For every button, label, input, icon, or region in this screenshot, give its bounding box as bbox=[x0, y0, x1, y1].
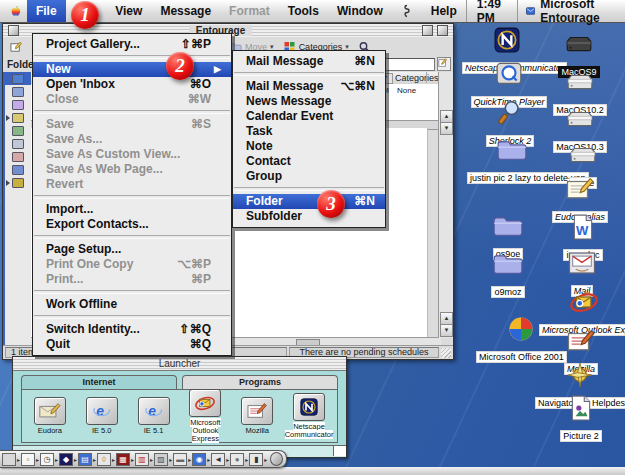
desktop-icon-label: Picture 2 bbox=[560, 430, 602, 442]
folder-icon bbox=[12, 74, 24, 84]
ie-icon: e bbox=[143, 402, 165, 420]
submenu-item[interactable]: Contact bbox=[233, 154, 385, 169]
folder-tree-item[interactable] bbox=[3, 111, 31, 124]
menu-item[interactable]: Open 'Inbox ⌘O bbox=[33, 77, 231, 92]
cd-module[interactable]: ▦▸ bbox=[116, 453, 134, 466]
submenu-item[interactable]: News Message bbox=[233, 94, 385, 109]
scripts-icon bbox=[401, 4, 413, 18]
launcher-tab-internet[interactable]: Internet bbox=[21, 375, 177, 389]
launcher-item[interactable]: Microsoft Outlook Express bbox=[179, 389, 231, 443]
menu-item[interactable]: Save ⌘S bbox=[33, 117, 231, 132]
launcher-titlebar[interactable]: Launcher bbox=[13, 357, 346, 371]
step-badge: 2 bbox=[166, 52, 194, 80]
window-zoom-box[interactable] bbox=[437, 25, 448, 36]
submenu-item[interactable]: Note bbox=[233, 139, 385, 154]
launcher-item[interactable]: e IE 5.1 bbox=[128, 397, 180, 435]
launcher-item[interactable]: Netscape Communicator bbox=[283, 393, 335, 439]
menu-message[interactable]: Message bbox=[151, 0, 220, 22]
location-module[interactable]: ▫▸ bbox=[21, 453, 39, 466]
sherlock-icon bbox=[495, 100, 525, 126]
menu-item[interactable]: Work Offline bbox=[33, 297, 231, 312]
window-close-box[interactable] bbox=[8, 25, 19, 36]
control-strip-handle[interactable] bbox=[270, 452, 283, 466]
keychain-module[interactable]: ◊▸ bbox=[97, 453, 115, 466]
folder-tree-item[interactable] bbox=[3, 124, 31, 137]
folder-icon bbox=[12, 87, 24, 97]
menu-item[interactable]: Save As Web Page... bbox=[33, 162, 231, 177]
disclosure-triangle-icon[interactable] bbox=[6, 115, 10, 121]
folder-tree-item[interactable] bbox=[3, 137, 31, 150]
battery-module[interactable]: ▮▸ bbox=[249, 453, 267, 466]
volume-module[interactable]: ◄▸ bbox=[211, 453, 229, 466]
menu-help[interactable]: Help bbox=[422, 0, 466, 22]
launcher-item[interactable]: Eudora bbox=[24, 397, 76, 435]
menu-item[interactable]: Save As... bbox=[33, 132, 231, 147]
printer-module[interactable]: ▬▸ bbox=[173, 453, 191, 466]
submenu-item[interactable]: Task bbox=[233, 124, 385, 139]
launcher-tab-programs[interactable]: Programs bbox=[182, 375, 338, 389]
launcher-items: Eudora e IE 5.0 e IE 5.1 Microsoft Outlo… bbox=[21, 389, 338, 443]
folder-icon bbox=[12, 139, 24, 149]
menu-item[interactable]: Switch Identity... ⇧⌘Q bbox=[33, 322, 231, 337]
menu-separator bbox=[34, 110, 230, 114]
menu-item[interactable]: Export Contacts... bbox=[33, 217, 231, 232]
submenu-item[interactable]: Mail Message ⌥⌘N bbox=[233, 79, 385, 94]
menu-separator bbox=[34, 315, 230, 319]
menu-separator bbox=[234, 72, 384, 76]
new-button[interactable] bbox=[7, 39, 29, 55]
scroll-down-icon[interactable]: ▼ bbox=[440, 324, 453, 337]
office-2001-icon bbox=[506, 316, 536, 342]
strip-collapse-module[interactable]: ▸ bbox=[2, 453, 20, 466]
menu-item[interactable]: Import... bbox=[33, 202, 231, 217]
menu-item[interactable]: Quit ⌘Q bbox=[33, 337, 231, 352]
edit-note-icon[interactable] bbox=[437, 57, 451, 71]
apple-menu[interactable] bbox=[10, 4, 21, 19]
file-menu-new[interactable]: New ▶ bbox=[33, 62, 231, 77]
menu-item[interactable]: Save As Custom View... bbox=[33, 147, 231, 162]
menu-item[interactable]: Revert bbox=[33, 177, 231, 192]
mic-module[interactable]: ●▸ bbox=[230, 453, 248, 466]
web-module[interactable]: ◉▸ bbox=[192, 453, 210, 466]
menu-tools[interactable]: Tools bbox=[279, 0, 328, 22]
vertical-scrollbar[interactable]: ▲ ▼ ▲ ▼ bbox=[438, 72, 453, 338]
window-collapse-box[interactable] bbox=[422, 25, 433, 36]
menu-item[interactable]: Page Setup... bbox=[33, 242, 231, 257]
scripts-menu[interactable] bbox=[392, 0, 422, 22]
note-pencil-icon bbox=[565, 176, 595, 202]
folder-tree-item[interactable] bbox=[3, 85, 31, 98]
disclosure-triangle-icon[interactable] bbox=[6, 180, 10, 186]
resize-grip[interactable] bbox=[441, 348, 451, 358]
energy-saver-module[interactable]: ◆▸ bbox=[59, 453, 77, 466]
submenu-item[interactable]: Group bbox=[233, 169, 385, 184]
folder-tree-item[interactable] bbox=[3, 98, 31, 111]
menu-item[interactable]: Print One Copy ⌥⌘P bbox=[33, 257, 231, 272]
netscape-communicator-icon bbox=[298, 398, 320, 416]
menu-item[interactable]: Print... ⌘P bbox=[33, 272, 231, 287]
folder-tree-item[interactable] bbox=[3, 163, 31, 176]
menu-view[interactable]: View bbox=[106, 0, 151, 22]
folder-tree-item[interactable] bbox=[3, 72, 31, 85]
menu-file[interactable]: File bbox=[27, 0, 66, 22]
submenu-folder[interactable]: Folder ⌘N bbox=[233, 194, 385, 209]
submenu-item[interactable]: Mail Message ⌘N bbox=[233, 54, 385, 69]
clock-module[interactable]: ◷▸ bbox=[40, 453, 58, 466]
menu-window[interactable]: Window bbox=[328, 0, 392, 22]
file-sharing-module[interactable]: ▤▸ bbox=[78, 453, 96, 466]
application-menu[interactable]: Microsoft Entourage bbox=[517, 0, 625, 22]
picture-file-icon bbox=[566, 395, 596, 421]
menu-format[interactable]: Format bbox=[220, 0, 279, 22]
submenu-subfolder[interactable]: Subfolder bbox=[233, 209, 385, 224]
pattern-module[interactable]: ▨▸ bbox=[154, 453, 172, 466]
submenu-item[interactable]: Calendar Event bbox=[233, 109, 385, 124]
color-depth-module[interactable]: ▥▸ bbox=[135, 453, 153, 466]
launcher-item[interactable]: Mozilla bbox=[231, 397, 283, 435]
folders-pane-header: Folders bbox=[3, 59, 35, 70]
file-menu: Project Gallery... ⇧⌘P New ▶ Open 'Inbox… bbox=[32, 33, 232, 356]
launcher-item[interactable]: e IE 5.0 bbox=[76, 397, 128, 435]
scroll-down-icon[interactable]: ▼ bbox=[440, 122, 453, 135]
folder-tree-item[interactable] bbox=[3, 176, 31, 189]
desktop-icon[interactable]: Picture 2 bbox=[536, 395, 625, 443]
menu-item[interactable]: Project Gallery... ⇧⌘P bbox=[33, 37, 231, 52]
menu-item[interactable]: Close ⌘W bbox=[33, 92, 231, 107]
folder-tree-item[interactable] bbox=[3, 150, 31, 163]
